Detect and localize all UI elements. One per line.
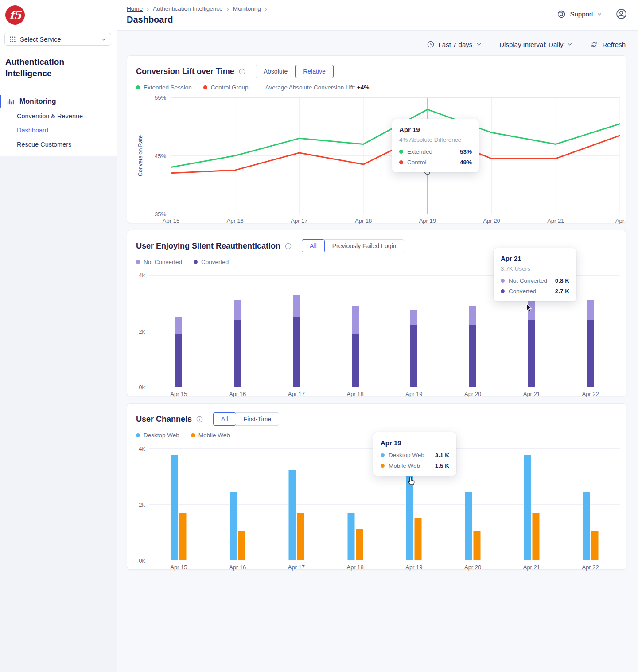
user-avatar-icon[interactable] [615, 8, 627, 20]
info-icon[interactable] [238, 68, 246, 75]
breadcrumb-auth-intelligence[interactable]: Authentication Intelligence [153, 5, 223, 12]
bar-desktop-web[interactable] [524, 455, 531, 560]
toggle-option-all[interactable]: All [213, 412, 236, 426]
bar-converted[interactable] [352, 334, 359, 387]
toggle-option-relative[interactable]: Relative [295, 65, 334, 78]
bar-not-converted[interactable] [410, 310, 417, 326]
bar-mobile-web[interactable] [356, 529, 363, 560]
stacked-bar[interactable] [234, 300, 241, 387]
legend-item: Control Group [203, 84, 249, 91]
bar-group[interactable] [410, 310, 417, 387]
legend-item: Mobile Web [191, 432, 230, 439]
sidebar: f5 Select Service Authentication Intelli… [0, 0, 117, 672]
bar-desktop-web[interactable] [230, 492, 237, 560]
info-icon[interactable] [196, 416, 203, 423]
bar-not-converted[interactable] [587, 300, 594, 320]
bar-group[interactable] [352, 306, 359, 387]
bar-not-converted[interactable] [234, 300, 241, 320]
refresh-icon [590, 40, 598, 48]
tooltip-series-dot-icon [381, 464, 385, 468]
legend-dot-icon [191, 433, 195, 437]
bar-desktop-web[interactable] [288, 470, 296, 560]
display-interval-dropdown[interactable]: Display Interval: Daily [499, 41, 572, 48]
y-axis-ticks: 55%45%35% [145, 97, 171, 214]
bar-group[interactable] [583, 492, 598, 560]
breadcrumb: Home › Authentication Intelligence › Mon… [127, 5, 626, 12]
date-range-dropdown[interactable]: Last 7 days [427, 40, 482, 48]
bar-group[interactable] [469, 306, 476, 387]
bar-desktop-web[interactable] [347, 513, 354, 560]
bar-desktop-web[interactable] [583, 492, 590, 560]
x-tick-label: Apr 18 [346, 391, 363, 397]
bar-mobile-web[interactable] [591, 531, 598, 560]
bar-mobile-web[interactable] [179, 513, 187, 560]
tooltip-series-dot-icon [399, 150, 403, 154]
breadcrumb-monitoring[interactable]: Monitoring [233, 5, 261, 12]
info-icon[interactable] [284, 242, 292, 250]
bar-converted[interactable] [234, 320, 241, 387]
stacked-bar[interactable] [469, 306, 476, 387]
bar-group[interactable] [293, 295, 300, 387]
f5-logo[interactable]: f5 [5, 5, 25, 25]
tooltip-title: Apr 19 [381, 439, 449, 447]
bar-not-converted[interactable] [293, 295, 300, 317]
legend-label: Mobile Web [198, 432, 230, 439]
bar-group[interactable] [587, 300, 594, 387]
bar-group[interactable] [230, 492, 245, 560]
apps-grid-icon [9, 36, 16, 43]
bar-converted[interactable] [175, 334, 182, 387]
tooltip-subtitle: 4% Absolute Difference [399, 136, 472, 143]
bar-group[interactable] [524, 455, 539, 560]
bar-group[interactable] [175, 317, 182, 387]
bar-group[interactable] [347, 513, 363, 560]
bar-converted[interactable] [528, 320, 535, 387]
bar-mobile-web[interactable] [297, 513, 304, 560]
bar-converted[interactable] [410, 325, 417, 387]
app-root: f5 Select Service Authentication Intelli… [0, 0, 638, 672]
toggle-option-absolute[interactable]: Absolute [256, 65, 296, 78]
bar-mobile-web[interactable] [474, 531, 481, 560]
chart-title: User Channels [136, 415, 192, 424]
select-service-label: Select Service [20, 36, 61, 43]
bar-converted[interactable] [587, 320, 594, 387]
select-service-dropdown[interactable]: Select Service [4, 33, 111, 46]
toggle-option-previously-failed-login[interactable]: Previously Failed Login [324, 239, 405, 252]
gridline [149, 504, 620, 505]
breadcrumb-home[interactable]: Home [127, 5, 143, 12]
bar-desktop-web[interactable] [465, 492, 472, 560]
sidebar-item-dashboard[interactable]: Dashboard [0, 123, 117, 137]
bar-mobile-web[interactable] [532, 513, 539, 560]
sidebar-item-conversion-revenue[interactable]: Conversion & Revenue [0, 109, 117, 123]
x-tick-label: Apr 20 [483, 218, 500, 224]
sidebar-item-rescue-customers[interactable]: Rescue Customers [0, 137, 117, 151]
bar-desktop-web[interactable] [171, 455, 178, 560]
sidebar-filler [0, 156, 117, 672]
stacked-bar[interactable] [352, 306, 359, 387]
legend-item: Not Converted [136, 259, 182, 265]
bar-mobile-web[interactable] [415, 518, 422, 560]
bar-group[interactable] [288, 470, 304, 560]
bar-group[interactable] [465, 492, 481, 560]
refresh-button[interactable]: Refresh [590, 40, 626, 48]
bar-converted[interactable] [293, 317, 300, 387]
stacked-bar[interactable] [175, 317, 182, 387]
bar-not-converted[interactable] [469, 306, 476, 325]
stacked-bar[interactable] [587, 300, 594, 387]
bar-converted[interactable] [469, 325, 476, 387]
stacked-bar[interactable] [293, 295, 300, 387]
bar-not-converted[interactable] [175, 317, 182, 334]
stacked-bar[interactable] [410, 310, 417, 387]
life-ring-icon [556, 9, 566, 19]
tooltip-series-label: Desktop Web [389, 452, 424, 458]
toggle-option-first-time[interactable]: First-Time [236, 412, 279, 426]
bar-group[interactable] [171, 455, 187, 560]
support-menu[interactable]: Support [556, 9, 602, 19]
toggle-option-all[interactable]: All [302, 239, 325, 252]
bar-mobile-web[interactable] [238, 531, 245, 560]
bar-not-converted[interactable] [352, 306, 359, 334]
sidebar-item-monitoring[interactable]: Monitoring [0, 93, 117, 109]
bar-group[interactable] [234, 300, 241, 387]
y-axis-ticks: 4k2k0k [136, 275, 149, 387]
x-tick-label: Apr 18 [346, 564, 363, 571]
chart-tooltip: Apr 194% Absolute DifferenceExtended53%C… [392, 119, 479, 172]
